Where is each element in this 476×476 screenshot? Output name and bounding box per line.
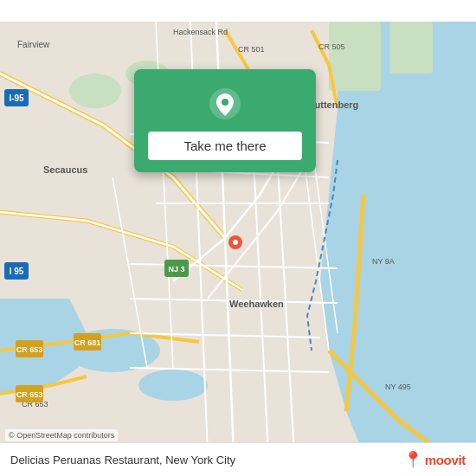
svg-text:Fairview: Fairview bbox=[17, 40, 50, 49]
svg-rect-5 bbox=[329, 22, 381, 91]
svg-point-47 bbox=[233, 240, 238, 245]
svg-text:I-95: I-95 bbox=[9, 93, 24, 103]
svg-text:CR 505: CR 505 bbox=[318, 42, 345, 51]
svg-text:Secaucus: Secaucus bbox=[43, 164, 87, 175]
location-card: Take me there bbox=[134, 69, 316, 172]
svg-text:CR 681: CR 681 bbox=[74, 338, 101, 347]
svg-text:CR 501: CR 501 bbox=[238, 45, 265, 54]
moovit-pin-icon: 📍 bbox=[403, 450, 422, 469]
moovit-logo: 📍 moovit bbox=[403, 450, 466, 469]
svg-text:Hackensack Rd: Hackensack Rd bbox=[173, 28, 228, 36]
moovit-brand-text: moovit bbox=[425, 453, 466, 467]
svg-text:NY 9A: NY 9A bbox=[372, 257, 395, 266]
svg-text:CR 653: CR 653 bbox=[16, 390, 43, 399]
svg-point-4 bbox=[138, 370, 208, 401]
svg-text:I 95: I 95 bbox=[10, 267, 24, 276]
location-pin-icon bbox=[206, 85, 244, 123]
svg-point-7 bbox=[69, 74, 121, 108]
svg-text:Weehawken: Weehawken bbox=[229, 299, 284, 309]
map-container: CR 653 NY 9A NY 495 CR 501 CR 505 bbox=[0, 0, 476, 476]
bottom-bar: Delicias Peruanas Restaurant, New York C… bbox=[0, 442, 476, 476]
svg-rect-6 bbox=[389, 22, 433, 74]
restaurant-name: Delicias Peruanas Restaurant, New York C… bbox=[10, 453, 235, 466]
svg-text:NY 495: NY 495 bbox=[385, 383, 411, 391]
svg-point-49 bbox=[222, 99, 228, 106]
osm-attribution: © OpenStreetMap contributors bbox=[5, 429, 118, 441]
take-me-there-button[interactable]: Take me there bbox=[148, 132, 302, 160]
svg-text:CR 653: CR 653 bbox=[16, 345, 43, 354]
svg-text:NJ 3: NJ 3 bbox=[168, 265, 184, 273]
